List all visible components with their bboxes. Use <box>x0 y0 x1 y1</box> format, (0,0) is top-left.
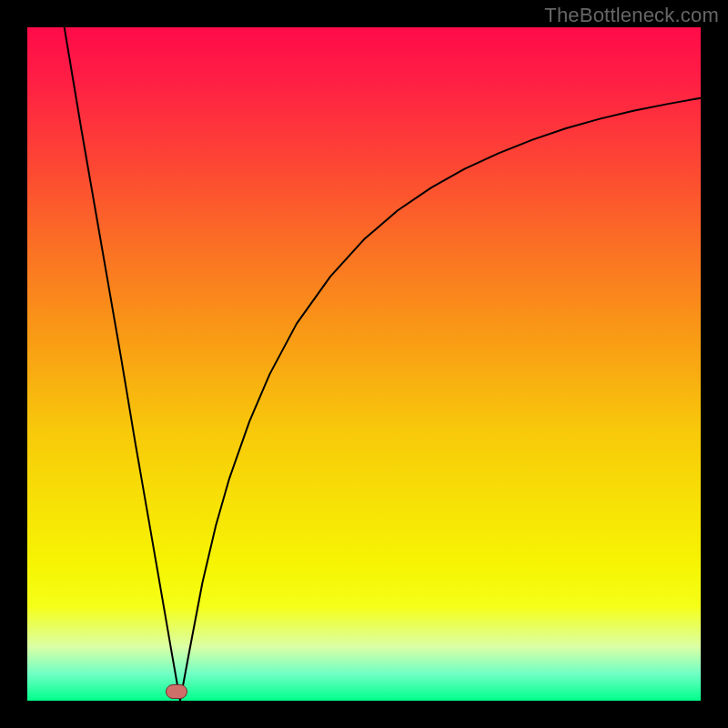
plot-area <box>27 27 701 701</box>
bottleneck-curve <box>65 27 701 701</box>
curve-layer <box>27 27 701 701</box>
optimum-marker <box>166 684 187 699</box>
watermark-text: TheBottleneck.com <box>544 4 719 27</box>
chart-frame: TheBottleneck.com <box>0 0 728 728</box>
